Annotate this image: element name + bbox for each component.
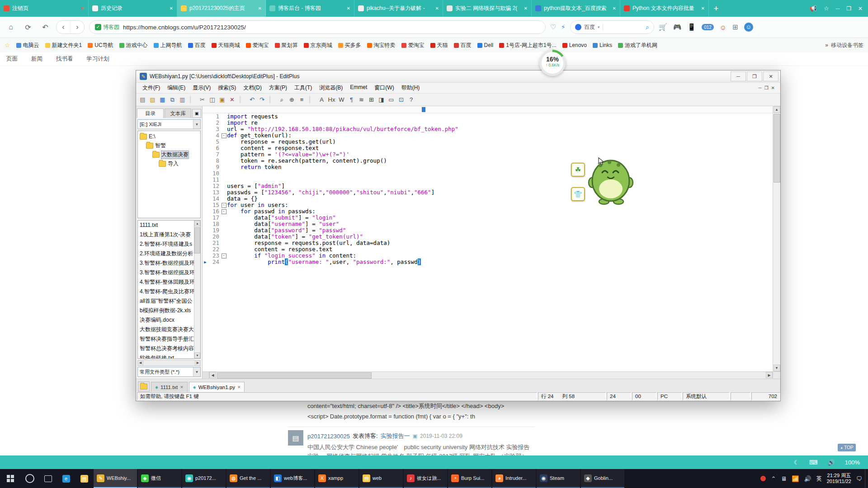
search-icon[interactable]: ⌕ [646,23,649,31]
tab-close-icon[interactable]: ✕ [180,385,184,389]
download-speed-ball[interactable]: 16% ↑ 0.6K/s [539,50,566,76]
browser-tab[interactable]: 实验二 网络嗅探与欺骗 2( ✕ [443,0,532,17]
feed-post-link[interactable]: 实验报告一 [381,432,410,440]
bookmark-item[interactable]: 百度 [188,42,206,49]
sidebar-tab[interactable]: 目录 [137,108,164,118]
search-box[interactable]: 百度 ▾ ⌕ [570,20,654,34]
mobile-bookmarks-label[interactable]: 移动设备书签 [831,42,863,49]
pinned-app-button[interactable]: ▤ [75,469,93,488]
flash-icon[interactable]: ⚡ [561,23,566,31]
apps-grid-icon[interactable]: ⊞ [732,23,738,31]
bookmark-item[interactable]: 买多多 [338,42,361,49]
folder-tree-item[interactable]: 大数据决赛 [138,150,200,159]
scroll-right-icon[interactable]: ▶ [195,360,201,366]
scroll-left-icon[interactable]: ◀ [137,360,143,366]
refresh-button[interactable]: ⟳ [22,21,34,33]
file-list-item[interactable]: 软件包链接.txt [138,353,194,358]
action-center-icon[interactable]: 🗨 [856,475,862,482]
toolbar-icon[interactable]: Hx [327,95,336,104]
bookmark-item[interactable]: 爱淘宝 [401,42,425,49]
maximize-button[interactable]: ❐ [747,71,762,81]
doc-restore-icon[interactable]: ❐ [764,85,769,90]
back-to-top-button[interactable]: ▲ TOP [838,444,856,451]
zoom-level[interactable]: 100% [845,459,860,466]
chevron-down-icon[interactable]: ▼ [193,367,200,376]
toolbar-icon[interactable]: ▏ [267,95,277,104]
file-list-item[interactable]: 3.智警杯-数据挖掘及环 [138,268,194,277]
tab-close-icon[interactable]: ✕ [347,6,350,11]
toolbar-icon[interactable]: ⊡ [396,95,406,104]
browser-tab[interactable]: 注销页 ✕ [0,0,89,17]
folder-tree-item[interactable]: 智警 [138,141,200,150]
tab-close-icon[interactable]: ✕ [701,6,705,11]
bookmark-item[interactable]: 聚划算 [275,42,298,49]
browser-tab[interactable]: 博客后台 - 博客园 ✕ [266,0,354,17]
toolbar-icon[interactable]: ◨ [377,95,386,104]
document-tab[interactable]: ◈ WEBshiyan1.py ✕ [189,382,245,392]
chevron-down-icon[interactable]: ▼ [193,120,200,129]
taskbar-app-button[interactable]: ◕ Intruder... [492,469,536,488]
browser-maximize-button[interactable]: ❐ [846,5,851,12]
gamepad-icon[interactable]: 🎮 [673,23,682,31]
tab-close-icon[interactable]: ✕ [258,6,262,11]
tab-close-icon[interactable]: ✕ [81,6,85,11]
quick-link[interactable]: 新闻 [31,55,42,63]
editor-vscrollbar[interactable]: ▲ ▼ [773,106,780,371]
mute-icon[interactable]: 🔊 [828,459,835,466]
quick-link[interactable]: 页面 [6,55,18,63]
taskbar-app-button[interactable]: ✎ WEBshiy... [94,469,137,488]
folder-tree-item[interactable]: E:\ [138,132,200,141]
toolbar-icon[interactable]: ▧ [148,95,157,104]
toolbar-icon[interactable]: ✕ [227,95,237,104]
file-list-item[interactable]: 2.环境搭建及数据分析 [138,249,194,258]
menu-item[interactable]: 方案(P) [265,83,291,93]
scroll-down-icon[interactable]: ▼ [774,365,780,371]
scroll-up-icon[interactable]: ▲ [774,106,780,113]
bookmark-item[interactable]: 爱淘宝 [246,42,269,49]
toolbar-icon[interactable]: ↶ [247,95,257,104]
tab-close-icon[interactable]: ✕ [613,6,616,11]
browser-tab[interactable]: pikachu--关于暴力破解 - ✕ [354,0,443,17]
toolbar-icon[interactable]: ⌕ [277,95,287,104]
toolbar-icon[interactable]: ✂ [198,95,207,104]
file-list-item[interactable]: b模拟样例数据-2k.xls [138,306,194,315]
document-tab[interactable]: ◈ 1111.txt ✕ [151,382,188,392]
menu-item[interactable]: 编辑(E) [164,83,189,93]
pet-action-button-dress[interactable]: 👕 [571,187,585,201]
bookmark-item[interactable]: 1号店-网上超市1号... [499,42,556,49]
tab-close-icon[interactable]: ✕ [170,6,173,11]
undo-button[interactable]: ↶ [39,21,52,33]
tab-close-icon[interactable]: ✕ [237,385,241,389]
file-list-hscrollbar[interactable]: ◀ ▶ [137,360,201,366]
toolbar-icon[interactable]: ◫ [208,95,217,104]
doc-close-icon[interactable]: ✕ [771,85,775,90]
file-list-item[interactable]: 决赛编码.docx [138,315,194,325]
menu-item[interactable]: Emmet [346,83,371,93]
drive-selector[interactable]: [E:] XIEJI ▼ [137,119,201,129]
editplus-window[interactable]: ✎ WEBshiyan1.py [C:\Users\dickloft\Deskt… [136,70,781,401]
chevron-right-icon[interactable]: » [825,42,828,48]
bookmark-item[interactable]: 天猫商城 [212,42,240,49]
taskbar-app-button[interactable]: ◉ Steam [537,469,580,488]
pet-action-button-plant[interactable]: ☘ [571,163,585,177]
file-list-item[interactable]: 4.智警杯-爬虫及比赛环 [138,287,194,296]
redpacket-icon[interactable]: ☺ [720,23,726,31]
browser-close-button[interactable]: ✕ [858,5,863,12]
bookmark-item[interactable]: 电脑云 [16,42,39,49]
browser-tab[interactable]: python提取文本_百度搜索 ✕ [532,0,620,17]
taskbar-app-button[interactable]: ◆ Goblin... [581,469,624,488]
file-list-item[interactable]: 2.智警杯-环境搭建及s [138,239,194,249]
scroll-left-icon[interactable]: ◀ [209,372,216,378]
back-button[interactable]: ‹ [57,21,71,33]
editplus-titlebar[interactable]: ✎ WEBshiyan1.py [C:\Users\dickloft\Deskt… [136,70,780,83]
code-editor[interactable]: 1import requests2import re3url = "http:/… [203,113,773,371]
scrollbar-thumb[interactable] [774,114,780,183]
night-mode-icon[interactable]: ☾ [794,459,799,466]
toolbar-icon[interactable]: ⊕ [287,95,297,104]
doc-folder-button[interactable] [138,381,150,392]
sidebar-tab[interactable]: 文本库 [165,108,191,118]
menu-item[interactable]: 搜索(S) [214,83,240,93]
start-button[interactable] [0,469,21,488]
toolbar-icon[interactable]: ▥ [178,95,187,104]
file-list-scrollbar[interactable]: ▲ ▼ [194,221,200,358]
